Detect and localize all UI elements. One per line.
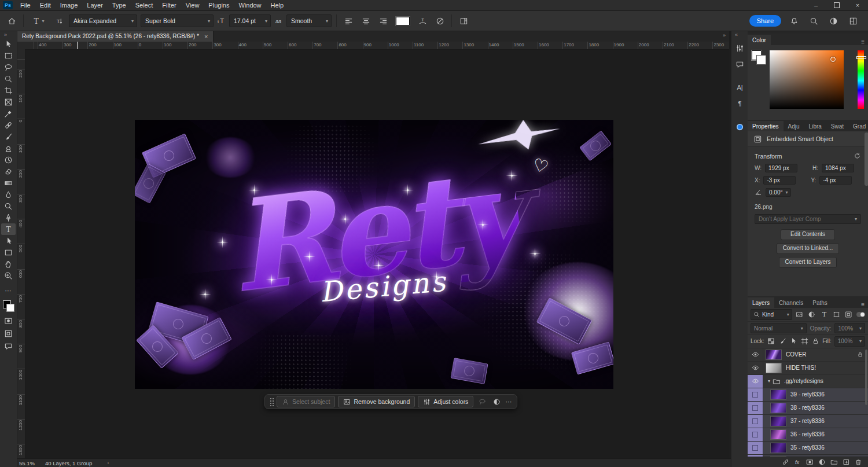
- layer-row[interactable]: ▾.gg/retydesigns: [748, 375, 868, 388]
- path-selection-tool[interactable]: [1, 235, 16, 247]
- text-orientation-button[interactable]: T: [52, 14, 65, 28]
- edit-toolbar-icon[interactable]: ⋯: [5, 287, 12, 295]
- hand-tool[interactable]: [1, 258, 16, 270]
- tab-color[interactable]: Color: [748, 35, 771, 45]
- layer-comp-select[interactable]: Don't Apply Layer Comp ▾: [755, 214, 861, 224]
- layer-thumbnail[interactable]: [770, 443, 786, 453]
- cancel-button[interactable]: [433, 14, 447, 28]
- menu-plugins[interactable]: Plugins: [204, 0, 234, 10]
- menu-image[interactable]: Image: [56, 0, 83, 10]
- text-color-swatch[interactable]: [396, 17, 410, 25]
- tab-grad[interactable]: Grad: [848, 121, 868, 131]
- move-tool[interactable]: [1, 38, 16, 50]
- visibility-toggle[interactable]: [748, 348, 763, 361]
- workspace-button[interactable]: [846, 14, 860, 28]
- pen-tool[interactable]: [1, 212, 16, 223]
- lock-all-button[interactable]: [811, 337, 819, 345]
- theme-button[interactable]: [826, 14, 840, 28]
- menu-help[interactable]: Help: [266, 0, 289, 10]
- filter-toggle-switch[interactable]: [856, 312, 865, 317]
- convert-to-linked-button[interactable]: Convert to Linked...: [777, 243, 840, 254]
- quick-selection-tool[interactable]: [1, 73, 16, 84]
- healing-brush-tool[interactable]: [1, 119, 16, 131]
- kind-filter-select[interactable]: Kind ▾: [751, 309, 792, 320]
- picker-cursor[interactable]: [830, 57, 836, 62]
- document-tab[interactable]: Rety Background Pack 2022.psd @ 55.1% (2…: [17, 31, 214, 42]
- layer-style-button[interactable]: fx: [793, 458, 801, 466]
- lock-position-button[interactable]: [789, 337, 797, 345]
- layer-thumbnail[interactable]: [770, 403, 786, 413]
- font-size-select[interactable]: 17.04 pt▾: [229, 14, 271, 27]
- character-panel-button[interactable]: A|: [734, 81, 746, 94]
- reset-icon[interactable]: [854, 152, 861, 160]
- screen-mode-icon[interactable]: [4, 329, 13, 338]
- taskbar-lasso-icon[interactable]: [476, 396, 488, 407]
- menu-edit[interactable]: Edit: [35, 0, 56, 10]
- layer-thumbnail[interactable]: [770, 429, 786, 440]
- visibility-toggle[interactable]: [748, 455, 763, 457]
- close-button[interactable]: ×: [847, 0, 868, 10]
- lock-artboard-button[interactable]: [800, 337, 808, 345]
- link-layers-button[interactable]: [781, 458, 789, 466]
- opacity-field[interactable]: 100% ▾: [834, 323, 865, 333]
- background-color-swatch[interactable]: [756, 55, 766, 65]
- eyedropper-tool[interactable]: [1, 108, 16, 119]
- menu-select[interactable]: Select: [131, 0, 158, 10]
- zoom-level[interactable]: 55.1%: [19, 460, 35, 466]
- brush-settings-panel-button[interactable]: [734, 42, 746, 54]
- tab-paths[interactable]: Paths: [808, 297, 832, 308]
- taskbar-more-button[interactable]: ⋯: [505, 398, 512, 406]
- adjust-colors-button[interactable]: Adjust colors: [418, 396, 473, 407]
- layer-thumbnail[interactable]: [770, 456, 786, 457]
- new-group-button[interactable]: [830, 458, 838, 466]
- hue-cursor[interactable]: [856, 56, 866, 59]
- tab-swat[interactable]: Swat: [826, 121, 848, 131]
- tab-channels[interactable]: Channels: [774, 297, 808, 308]
- fill-field[interactable]: 100% ▾: [834, 336, 865, 347]
- maximize-button[interactable]: [826, 0, 847, 10]
- toolbar-expand-icon[interactable]: »: [0, 31, 7, 38]
- font-family-select[interactable]: Akira Expanded▾: [69, 14, 137, 27]
- y-field[interactable]: -4 px: [819, 176, 852, 185]
- align-center-button[interactable]: [359, 14, 373, 28]
- layer-name[interactable]: 35 - rety8336: [790, 444, 868, 451]
- tab-properties[interactable]: Properties: [748, 121, 784, 131]
- taskbar-grip[interactable]: [270, 398, 274, 406]
- brush-tool[interactable]: [1, 131, 16, 142]
- layer-thumbnail[interactable]: [766, 350, 782, 360]
- filter-shape-layers-button[interactable]: [832, 310, 841, 320]
- properties-scrollbar[interactable]: [865, 133, 867, 293]
- font-style-select[interactable]: Super Bold▾: [141, 14, 214, 27]
- layer-thumbnail[interactable]: [770, 389, 786, 400]
- artwork-image[interactable]: ♡ Rety Designs: [135, 120, 613, 389]
- visibility-toggle[interactable]: [748, 402, 763, 414]
- visibility-toggle[interactable]: [748, 375, 763, 388]
- blend-mode-select[interactable]: Normal ▾: [751, 323, 807, 333]
- tab-layers[interactable]: Layers: [748, 297, 774, 308]
- tab-close-icon[interactable]: ×: [204, 33, 208, 40]
- tab-adju[interactable]: Adju: [784, 121, 804, 131]
- layer-row[interactable]: 36 - rety8336: [748, 428, 868, 442]
- tab-libra[interactable]: Libra: [804, 121, 826, 131]
- angle-field[interactable]: 0.00°▾: [766, 188, 791, 197]
- saturation-brightness-picker[interactable]: [770, 50, 844, 109]
- align-left-button[interactable]: [341, 14, 355, 28]
- layer-name[interactable]: 39 - rety8336: [790, 391, 868, 398]
- search-button[interactable]: [807, 14, 821, 28]
- layer-name[interactable]: COVER: [786, 351, 857, 358]
- layer-name[interactable]: HIDE THIS!: [786, 365, 868, 371]
- comments-panel-button[interactable]: [734, 58, 746, 71]
- edit-contents-button[interactable]: Edit Contents: [781, 229, 835, 240]
- layers-scrollbar[interactable]: [865, 350, 867, 405]
- filter-pixel-layers-button[interactable]: [795, 310, 804, 320]
- select-subject-button[interactable]: Select subject: [277, 396, 335, 407]
- foreground-background-swatches[interactable]: [2, 300, 15, 312]
- layer-row[interactable]: 35 - rety8336: [748, 442, 868, 455]
- layer-row[interactable]: 38 - rety8336: [748, 402, 868, 415]
- minimize-button[interactable]: –: [806, 0, 826, 10]
- gradient-tool[interactable]: [1, 177, 16, 189]
- panel-menu-icon[interactable]: ≡: [861, 37, 868, 45]
- anti-alias-select[interactable]: Smooth▾: [286, 14, 332, 27]
- crop-tool[interactable]: [1, 84, 16, 96]
- taskbar-contrast-icon[interactable]: [491, 396, 502, 407]
